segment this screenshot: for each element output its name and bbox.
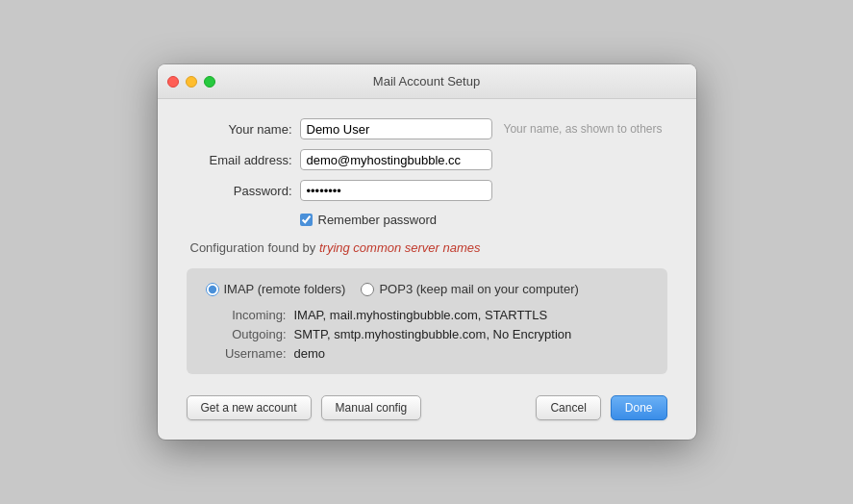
radio-row: IMAP (remote folders) POP3 (keep mail on…: [206, 282, 648, 296]
remember-checkbox[interactable]: [300, 214, 313, 226]
email-input[interactable]: [300, 149, 492, 170]
form-section: Your name: Your name, as shown to others…: [187, 118, 667, 227]
get-new-account-button[interactable]: Get a new account: [187, 395, 312, 420]
done-button[interactable]: Done: [611, 395, 667, 420]
close-button[interactable]: [167, 76, 179, 88]
button-row: Get a new account Manual config Cancel D…: [187, 391, 667, 420]
incoming-row: Incoming: IMAP, mail.myhostingbubble.com…: [210, 308, 648, 322]
maximize-button[interactable]: [204, 76, 215, 88]
traffic-lights: [167, 76, 215, 88]
name-row: Your name: Your name, as shown to others: [187, 118, 667, 139]
incoming-key: Incoming:: [210, 308, 287, 322]
mail-account-setup-window: Mail Account Setup Your name: Your name,…: [158, 64, 696, 440]
name-hint: Your name, as shown to others: [504, 122, 663, 136]
username-row: Username: demo: [210, 346, 648, 361]
cancel-button[interactable]: Cancel: [536, 395, 600, 420]
username-val: demo: [294, 346, 326, 361]
password-label: Password:: [187, 184, 292, 198]
protocol-box: IMAP (remote folders) POP3 (keep mail on…: [187, 268, 667, 374]
imap-option[interactable]: IMAP (remote folders): [206, 282, 346, 296]
imap-label: IMAP (remote folders): [224, 282, 346, 296]
pop3-radio[interactable]: [361, 283, 374, 296]
email-row: Email address:: [187, 149, 667, 170]
manual-config-button[interactable]: Manual config: [321, 395, 422, 420]
outgoing-row: Outgoing: SMTP, smtp.myhostingbubble.com…: [210, 327, 648, 341]
remember-row: Remember password: [300, 213, 667, 227]
minimize-button[interactable]: [186, 76, 197, 88]
button-group-right: Cancel Done: [536, 395, 666, 420]
config-status-highlight: trying common server names: [319, 240, 481, 255]
remember-label[interactable]: Remember password: [318, 213, 438, 227]
username-key: Username:: [210, 346, 287, 361]
password-input[interactable]: [300, 180, 492, 201]
config-status-before: Configuration found by: [190, 240, 319, 255]
config-status: Configuration found by trying common ser…: [190, 240, 667, 255]
window-title: Mail Account Setup: [373, 74, 480, 88]
button-group-left: Get a new account Manual config: [187, 395, 422, 420]
pop3-option[interactable]: POP3 (keep mail on your computer): [361, 282, 578, 296]
password-row: Password:: [187, 180, 667, 201]
imap-radio[interactable]: [206, 283, 219, 296]
pop3-label: POP3 (keep mail on your computer): [379, 282, 578, 296]
outgoing-key: Outgoing:: [210, 327, 287, 341]
name-label: Your name:: [187, 122, 292, 137]
email-label: Email address:: [187, 153, 292, 167]
titlebar: Mail Account Setup: [158, 64, 696, 99]
outgoing-val: SMTP, smtp.myhostingbubble.com, No Encry…: [294, 327, 572, 341]
incoming-val: IMAP, mail.myhostingbubble.com, STARTTLS: [294, 308, 548, 322]
server-info: Incoming: IMAP, mail.myhostingbubble.com…: [210, 308, 648, 361]
content-area: Your name: Your name, as shown to others…: [158, 99, 696, 440]
name-input[interactable]: [300, 118, 492, 139]
